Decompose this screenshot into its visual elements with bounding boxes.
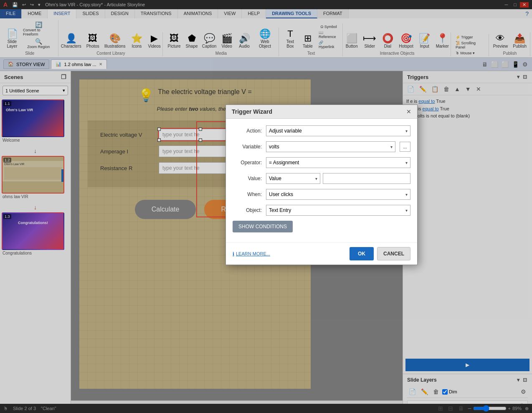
learn-more-link[interactable]: ℹ LEARN MORE...: [233, 251, 270, 257]
action-value: Adjust variable: [269, 128, 302, 134]
wizard-body: Action: Adjust variable ▾ Variable: volt…: [226, 119, 417, 242]
wizard-object-row: Object: Text Entry ▾: [233, 205, 410, 216]
action-label: Action:: [233, 128, 262, 134]
learn-more-text: LEARN MORE...: [236, 251, 270, 256]
object-dropdown-icon: ▾: [405, 208, 408, 213]
object-label: Object:: [233, 207, 262, 213]
variable-value: volts: [269, 144, 279, 150]
show-conditions-button[interactable]: SHOW CONDITIONS: [233, 221, 293, 232]
footer-buttons: OK CANCEL: [350, 247, 410, 260]
wizard-value-row: Value: Value ▾: [233, 173, 410, 184]
variable-select[interactable]: volts ▾: [266, 141, 395, 152]
value-label: Value:: [233, 176, 262, 181]
wizard-title-bar: Trigger Wizard ✕: [226, 105, 417, 119]
when-label: When:: [233, 191, 262, 197]
modal-overlay: Trigger Wizard ✕ Action: Adjust variable…: [0, 0, 532, 413]
value-type-dropdown-icon: ▾: [315, 176, 317, 181]
wizard-operator-row: Operator: = Assignment ▾: [233, 157, 410, 168]
cancel-button[interactable]: CANCEL: [377, 247, 410, 260]
info-icon: ℹ: [233, 251, 234, 257]
variable-ellipsis-btn[interactable]: ...: [400, 142, 410, 152]
wizard-footer: ℹ LEARN MORE... OK CANCEL: [226, 242, 417, 265]
operator-value: = Assignment: [269, 160, 299, 166]
when-value: User clicks: [269, 191, 293, 197]
wizard-action-row: Action: Adjust variable ▾: [233, 125, 410, 136]
wizard-when-row: When: User clicks ▾: [233, 189, 410, 200]
object-value: Text Entry: [269, 207, 291, 213]
value-row-content: Value ▾: [266, 173, 410, 184]
wizard-title: Trigger Wizard: [232, 108, 272, 115]
wizard-close-icon[interactable]: ✕: [406, 108, 411, 115]
show-conditions-container: SHOW CONDITIONS: [233, 221, 410, 232]
when-select[interactable]: User clicks ▾: [266, 189, 410, 200]
operator-dropdown-icon: ▾: [405, 161, 408, 165]
value-input[interactable]: [323, 173, 410, 184]
variable-dropdown-icon: ▾: [390, 145, 393, 149]
object-select[interactable]: Text Entry ▾: [266, 205, 410, 216]
operator-label: Operator:: [233, 160, 262, 166]
variable-label: Variable:: [233, 144, 262, 150]
action-dropdown-icon: ▾: [405, 129, 408, 133]
ok-button[interactable]: OK: [350, 247, 374, 260]
when-dropdown-icon: ▾: [405, 192, 408, 197]
value-type-select[interactable]: Value ▾: [266, 173, 320, 184]
action-select[interactable]: Adjust variable ▾: [266, 125, 410, 136]
operator-select[interactable]: = Assignment ▾: [266, 157, 410, 168]
trigger-wizard-dialog: Trigger Wizard ✕ Action: Adjust variable…: [225, 105, 418, 265]
value-type-value: Value: [269, 176, 281, 181]
wizard-variable-row: Variable: volts ▾ ...: [233, 141, 410, 152]
